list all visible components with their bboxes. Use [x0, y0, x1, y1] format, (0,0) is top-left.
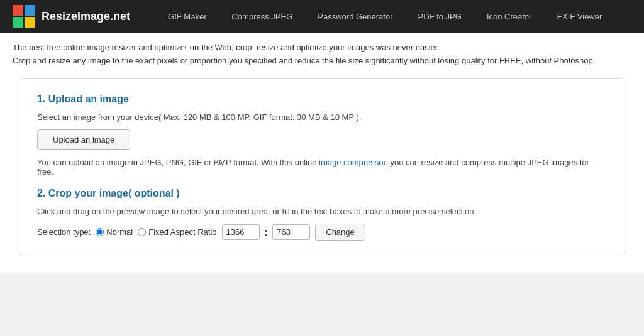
card: 1. Upload an image Select an image from …: [19, 78, 625, 256]
image-compressor-link[interactable]: image compressor: [319, 158, 386, 167]
radio-fixed[interactable]: [138, 228, 146, 236]
nav-item-password-generator[interactable]: Password Generator: [305, 0, 405, 33]
radio-fixed-label[interactable]: Fixed Aspect Ratio: [138, 227, 216, 237]
logo-icon: [13, 5, 35, 28]
crop-description: Click and drag on the preview image to s…: [37, 207, 607, 216]
tagline-2: Crop and resize any image to the exact p…: [13, 56, 631, 65]
logo-cell-green: [13, 17, 23, 28]
radio-normal[interactable]: [96, 228, 104, 236]
upload-section: 1. Upload an image Select an image from …: [37, 94, 607, 176]
upload-note: You can upload an image in JPEG, PNG, GI…: [37, 158, 607, 176]
radio-normal-text: Normal: [106, 227, 133, 237]
logo-area: ResizeImage.net: [13, 5, 130, 28]
height-input[interactable]: [272, 224, 310, 240]
radio-normal-label[interactable]: Normal: [96, 227, 133, 237]
width-input[interactable]: [222, 224, 260, 240]
upload-button[interactable]: Upload an image: [37, 129, 130, 150]
nav-item-compress-jpeg[interactable]: Compress JPEG: [219, 0, 305, 33]
main-content: The best free online image resizer and o…: [0, 33, 644, 273]
colon-separator: :: [265, 227, 268, 237]
upload-title: 1. Upload an image: [37, 94, 607, 105]
selection-label: Selection type:: [37, 227, 91, 237]
tagline-1: The best free online image resizer and o…: [13, 43, 631, 52]
crop-title: 2. Crop your image( optional ): [37, 188, 607, 199]
logo-cell-blue: [25, 5, 35, 16]
upload-note-before: You can upload an image in JPEG, PNG, GI…: [37, 158, 319, 167]
selection-row: Selection type: Normal Fixed Aspect Rati…: [37, 224, 607, 241]
logo-text: ResizeImage.net: [42, 10, 130, 23]
header: ResizeImage.net GIF Maker Compress JPEG …: [0, 0, 644, 33]
upload-subtitle: Select an image from your device( Max: 1…: [37, 112, 607, 122]
logo-cell-red: [13, 5, 23, 16]
nav-item-pdf-to-jpg[interactable]: PDF to JPG: [406, 0, 474, 33]
radio-fixed-text: Fixed Aspect Ratio: [148, 227, 216, 237]
nav-item-icon-creator[interactable]: Icon Creator: [474, 0, 545, 33]
logo-cell-yellow: [25, 17, 35, 28]
nav-item-exif-viewer[interactable]: EXIF Viewer: [544, 0, 614, 33]
main-nav: GIF Maker Compress JPEG Password Generat…: [155, 0, 614, 33]
nav-item-gif-maker[interactable]: GIF Maker: [155, 0, 219, 33]
change-button[interactable]: Change: [315, 224, 365, 241]
crop-section: 2. Crop your image( optional ) Click and…: [37, 188, 607, 241]
